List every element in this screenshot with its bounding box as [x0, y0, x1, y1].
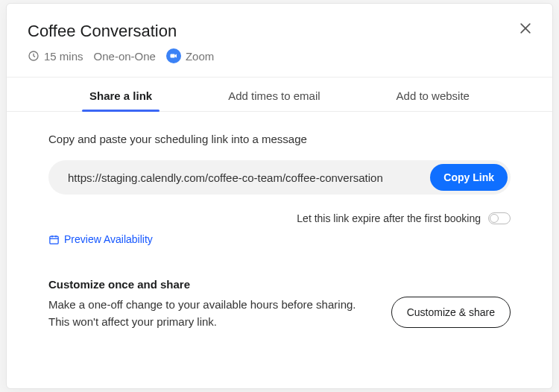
- close-icon: [518, 21, 533, 36]
- customize-heading: Customize once and share: [48, 278, 511, 291]
- share-instruction: Copy and paste your scheduling link into…: [48, 133, 511, 145]
- clock-icon: [28, 50, 40, 62]
- location-label: Zoom: [186, 50, 214, 63]
- event-title: Coffee Conversation: [28, 22, 531, 41]
- tab-bar: Share a link Add times to email Add to w…: [7, 78, 552, 112]
- scheduling-link-input[interactable]: [62, 168, 430, 187]
- customize-share-button[interactable]: Customize & share: [391, 297, 511, 328]
- tab-add-times-email[interactable]: Add times to email: [221, 78, 327, 111]
- customize-description: Make a one-off change to your available …: [48, 297, 369, 330]
- link-row: Copy Link: [48, 160, 511, 195]
- svg-rect-1: [170, 54, 174, 58]
- duration-meta: 15 mins: [28, 50, 83, 63]
- modal-header: Coffee Conversation 15 mins One-on-One Z…: [7, 4, 552, 78]
- zoom-icon: [166, 48, 181, 63]
- location-meta: Zoom: [166, 48, 214, 63]
- tab-share-link[interactable]: Share a link: [82, 78, 160, 111]
- share-modal: Coffee Conversation 15 mins One-on-One Z…: [6, 3, 553, 389]
- preview-availability-label: Preview Availability: [64, 233, 153, 245]
- duration-label: 15 mins: [44, 50, 83, 63]
- expire-toggle[interactable]: [488, 212, 511, 224]
- expire-label: Let this link expire after the first boo…: [297, 212, 481, 224]
- preview-availability-link[interactable]: Preview Availability: [48, 233, 153, 245]
- tab-add-to-website[interactable]: Add to website: [389, 78, 477, 111]
- event-meta: 15 mins One-on-One Zoom: [28, 48, 531, 63]
- type-label: One-on-One: [94, 50, 156, 63]
- customize-row: Make a one-off change to your available …: [48, 297, 511, 330]
- expire-row: Let this link expire after the first boo…: [48, 212, 511, 224]
- copy-link-button[interactable]: Copy Link: [430, 164, 508, 191]
- svg-rect-4: [50, 236, 58, 244]
- close-button[interactable]: [518, 20, 534, 37]
- modal-body: Copy and paste your scheduling link into…: [7, 112, 552, 348]
- type-meta: One-on-One: [94, 50, 156, 63]
- calendar-icon: [48, 234, 60, 245]
